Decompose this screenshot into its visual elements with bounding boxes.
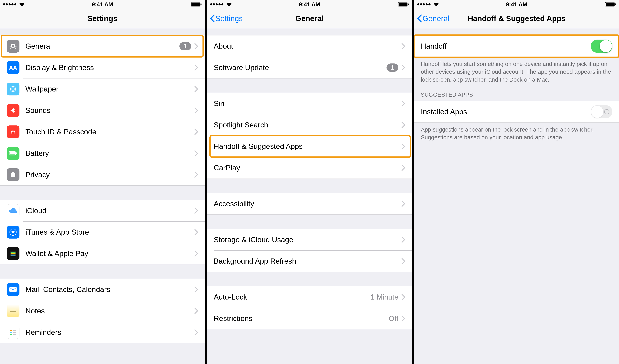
back-label: General xyxy=(422,14,450,23)
row-label: Auto-Lock xyxy=(214,293,370,301)
chevron-right-icon xyxy=(194,250,198,257)
battery-icon xyxy=(191,2,202,7)
privacy-icon xyxy=(7,168,19,181)
row-touchid[interactable]: Touch ID & Passcode xyxy=(0,121,205,143)
chevron-right-icon xyxy=(401,64,405,71)
status-bar: 9:41 AM xyxy=(414,0,619,9)
page-title: General xyxy=(295,14,324,23)
row-general[interactable]: General1 xyxy=(0,35,205,57)
nav-bar: Settings xyxy=(0,9,205,28)
row-label: Accessibility xyxy=(214,199,401,208)
chevron-right-icon xyxy=(194,107,198,114)
screen-general: 9:41 AM Settings General AboutSoftware U… xyxy=(207,0,412,364)
svg-point-28 xyxy=(10,330,12,331)
row-label: Software Update xyxy=(214,63,386,72)
svg-rect-21 xyxy=(11,252,15,253)
row-wallpaper[interactable]: Wallpaper xyxy=(0,78,205,100)
svg-rect-22 xyxy=(11,253,15,254)
svg-rect-2 xyxy=(200,3,201,5)
row-reminders[interactable]: Reminders xyxy=(0,322,205,343)
status-bar: 9:41 AM xyxy=(207,0,412,9)
row-bgrefresh[interactable]: Background App Refresh xyxy=(207,251,412,272)
row-label: Sounds xyxy=(25,106,194,115)
row-label: Privacy xyxy=(25,170,194,179)
chevron-right-icon xyxy=(194,86,198,92)
svg-line-10 xyxy=(14,44,15,45)
row-label: iTunes & App Store xyxy=(25,228,194,236)
nav-bar: General Handoff & Suggested Apps xyxy=(414,9,619,28)
row-notes[interactable]: Notes xyxy=(0,300,205,322)
battery-icon xyxy=(7,147,19,160)
svg-rect-17 xyxy=(10,152,15,154)
chevron-right-icon xyxy=(401,143,405,150)
row-handoff[interactable]: Handoff xyxy=(414,35,619,57)
row-storage[interactable]: Storage & iCloud Usage xyxy=(207,229,412,251)
chevron-left-icon xyxy=(210,14,215,23)
chevron-right-icon xyxy=(401,200,405,207)
svg-point-3 xyxy=(11,44,15,48)
wallpaper-icon xyxy=(7,83,19,96)
row-carplay[interactable]: CarPlay xyxy=(207,157,412,179)
svg-rect-35 xyxy=(398,3,407,6)
svg-point-14 xyxy=(13,88,14,89)
back-label: Settings xyxy=(215,14,243,23)
sounds-icon xyxy=(7,104,19,117)
row-siri[interactable]: Siri xyxy=(207,93,412,114)
row-sounds[interactable]: Sounds xyxy=(0,100,205,121)
handoff-footer: Handoff lets you start something on one … xyxy=(414,57,619,84)
row-spotlight[interactable]: Spotlight Search xyxy=(207,114,412,136)
row-label: Background App Refresh xyxy=(214,257,401,266)
row-label: Storage & iCloud Usage xyxy=(214,235,401,244)
row-label: Spotlight Search xyxy=(214,121,401,129)
row-label: Mail, Contacts, Calendars xyxy=(25,285,194,294)
row-label: Installed Apps xyxy=(421,108,591,116)
row-wallet[interactable]: Wallet & Apple Pay xyxy=(0,243,205,264)
chevron-right-icon xyxy=(401,294,405,300)
row-swupdate[interactable]: Software Update1 xyxy=(207,57,412,78)
mail-icon xyxy=(7,283,19,296)
chevron-right-icon xyxy=(401,100,405,107)
svg-line-9 xyxy=(14,48,15,49)
row-accessibility[interactable]: Accessibility xyxy=(207,193,412,214)
nav-bar: Settings General xyxy=(207,9,412,28)
chevron-right-icon xyxy=(194,308,198,314)
row-label: General xyxy=(25,42,179,50)
svg-rect-23 xyxy=(11,254,15,255)
row-installed-apps[interactable]: Installed Apps xyxy=(414,101,619,123)
svg-rect-38 xyxy=(606,3,614,6)
svg-rect-36 xyxy=(408,3,408,5)
row-battery[interactable]: Battery xyxy=(0,143,205,164)
row-label: Wallet & Apple Pay xyxy=(25,249,194,258)
row-handoff[interactable]: Handoff & Suggested Apps xyxy=(207,136,412,157)
touchid-icon xyxy=(7,126,19,138)
svg-point-30 xyxy=(10,334,12,335)
row-label: About xyxy=(214,42,401,50)
icloud-icon xyxy=(7,204,19,217)
row-about[interactable]: About xyxy=(207,35,412,57)
page-title: Handoff & Suggested Apps xyxy=(468,14,566,23)
back-button[interactable]: Settings xyxy=(210,14,243,23)
row-icloud[interactable]: iCloud xyxy=(0,200,205,221)
chevron-right-icon xyxy=(401,43,405,49)
installed-apps-toggle[interactable] xyxy=(591,105,612,118)
status-time: 9:41 AM xyxy=(207,1,412,8)
chevron-right-icon xyxy=(194,150,198,157)
chevron-right-icon xyxy=(401,122,405,128)
row-display[interactable]: AADisplay & Brightness xyxy=(0,57,205,78)
row-label: Display & Brightness xyxy=(25,63,194,72)
general-icon xyxy=(7,40,19,53)
reminders-icon xyxy=(7,326,19,339)
svg-rect-39 xyxy=(615,3,616,5)
chevron-right-icon xyxy=(194,171,198,178)
row-privacy[interactable]: Privacy xyxy=(0,164,205,185)
row-mail[interactable]: Mail, Contacts, Calendars xyxy=(0,279,205,300)
row-restrictions[interactable]: RestrictionsOff xyxy=(207,308,412,329)
handoff-toggle[interactable] xyxy=(591,40,612,53)
status-time: 9:41 AM xyxy=(414,1,619,8)
chevron-right-icon xyxy=(401,236,405,243)
row-autolock[interactable]: Auto-Lock1 Minute xyxy=(207,286,412,308)
row-itunes[interactable]: iTunes & App Store xyxy=(0,221,205,243)
back-button[interactable]: General xyxy=(417,14,450,23)
chevron-right-icon xyxy=(194,229,198,235)
row-label: Battery xyxy=(25,149,194,158)
